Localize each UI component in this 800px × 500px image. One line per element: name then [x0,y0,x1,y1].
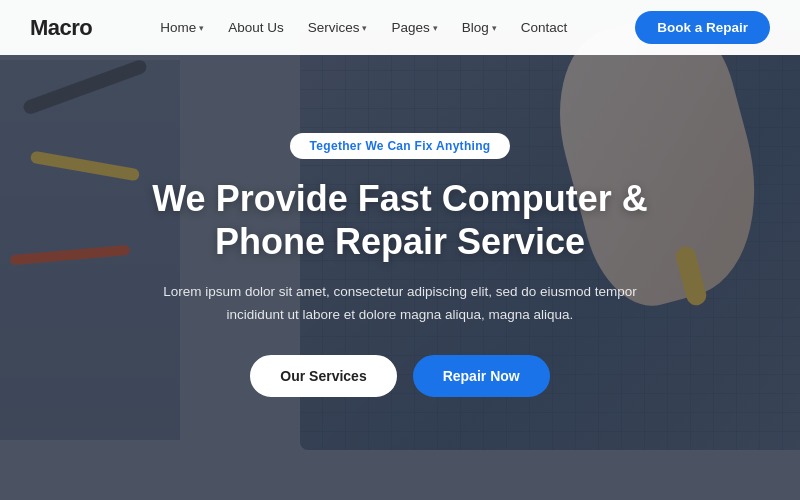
nav-item-contact[interactable]: Contact [511,14,578,41]
repair-now-button[interactable]: Repair Now [413,355,550,397]
hero-section: Macro Home ▾ About Us Services ▾ [0,0,800,500]
nav-link-contact[interactable]: Contact [511,14,578,41]
hero-title: We Provide Fast Computer & Phone Repair … [152,177,647,263]
nav-item-about[interactable]: About Us [218,14,294,41]
book-repair-button[interactable]: Book a Repair [635,11,770,44]
nav-item-blog[interactable]: Blog ▾ [452,14,507,41]
chevron-down-icon-pages: ▾ [433,23,438,33]
nav-link-pages[interactable]: Pages ▾ [381,14,447,41]
nav-link-blog[interactable]: Blog ▾ [452,14,507,41]
nav-item-pages[interactable]: Pages ▾ [381,14,447,41]
nav-item-services[interactable]: Services ▾ [298,14,378,41]
hero-badge: Tegether We Can Fix Anything [290,133,511,159]
nav-links: Home ▾ About Us Services ▾ Pages ▾ [150,14,577,41]
hero-content: Tegether We Can Fix Anything We Provide … [132,133,667,397]
our-services-button[interactable]: Our Services [250,355,396,397]
chevron-down-icon-blog: ▾ [492,23,497,33]
chevron-down-icon: ▾ [199,23,204,33]
nav-link-home[interactable]: Home ▾ [150,14,214,41]
nav-item-home[interactable]: Home ▾ [150,14,214,41]
brand-logo: Macro [30,15,92,41]
navbar: Macro Home ▾ About Us Services ▾ [0,0,800,55]
nav-link-services[interactable]: Services ▾ [298,14,378,41]
hero-description: Lorem ipsum dolor sit amet, consectetur … [160,281,640,327]
nav-link-about[interactable]: About Us [218,14,294,41]
hero-cta-buttons: Our Services Repair Now [152,355,647,397]
chevron-down-icon-services: ▾ [362,23,367,33]
